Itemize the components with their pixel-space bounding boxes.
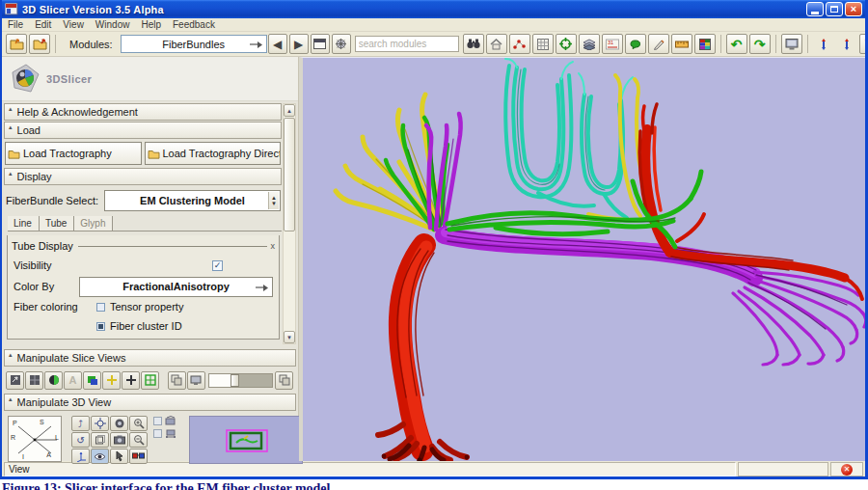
open-folder-icon (10, 38, 24, 50)
menu-help[interactable]: Help (141, 19, 161, 30)
redo-button[interactable]: ↷ (749, 34, 771, 54)
search-modules-input[interactable] (355, 36, 459, 52)
slice-compare-button[interactable] (25, 371, 43, 390)
slice-annotations-button[interactable] (6, 371, 24, 390)
maximize-button[interactable] (826, 2, 843, 16)
extensions-button[interactable] (532, 34, 554, 54)
tensor-property-radio[interactable] (96, 303, 105, 312)
fiducial-pin-alt-button[interactable] (836, 34, 857, 54)
module-panel: 3DSlicer ▴ Help & Acknowledgement ▴ Load (2, 57, 299, 461)
slice-layer-button[interactable] (83, 371, 101, 390)
measurements-button[interactable]: 31 (602, 34, 623, 54)
load-tractography-button[interactable]: Load Tractography (5, 142, 142, 165)
slice-opacity-slider[interactable] (208, 373, 273, 388)
editor-button[interactable] (648, 34, 669, 54)
pick-tool-button[interactable] (110, 449, 128, 464)
screen-capture-button[interactable] (781, 34, 802, 54)
spin-checkbox[interactable] (153, 417, 162, 425)
colors-button[interactable] (694, 34, 716, 54)
menu-feedback[interactable]: Feedback (173, 19, 215, 30)
find-module-button[interactable] (463, 34, 484, 54)
pin-alt-icon (843, 38, 851, 51)
next-module-button[interactable]: ▶ (289, 34, 309, 54)
spinner-control[interactable]: ▲▼ (268, 192, 279, 209)
groupbox-close[interactable]: x (271, 241, 276, 251)
panel-scrollbar[interactable]: ▲ ▼ (283, 103, 296, 344)
view3d-button-grid: ⤴ ↺ (71, 416, 148, 464)
figure-caption-text: Figure 13: Slicer interface for the EM f… (0, 479, 868, 490)
fiberbundle-combobox[interactable]: EM Clustering Model ▲▼ (104, 190, 281, 211)
slice-views-header[interactable]: ▴ Manipulate Slice Views (4, 349, 296, 367)
link-views-button[interactable] (275, 371, 293, 390)
crosshair-button[interactable] (556, 34, 577, 54)
label-letter: A (69, 374, 77, 386)
menu-bar: File Edit View Window Help Feedback (2, 18, 865, 32)
slider-handle[interactable] (231, 374, 239, 387)
module-panel-button[interactable] (311, 34, 330, 54)
menu-view[interactable]: View (63, 19, 84, 30)
visibility-eye-button[interactable] (91, 449, 109, 464)
axes-toggle-button[interactable] (71, 449, 90, 464)
visibility-label: Visibility (14, 259, 79, 271)
view3d-header[interactable]: ▴ Manipulate 3D View (4, 394, 296, 411)
menu-file[interactable]: File (8, 19, 23, 30)
slice-crosshair-dark-button[interactable] (122, 371, 140, 390)
viewport-3d[interactable] (299, 57, 865, 461)
scroll-up-button[interactable]: ▲ (284, 104, 295, 117)
tab-tube[interactable]: Tube (40, 216, 74, 231)
crosshair-icon (559, 38, 572, 50)
axis-label-s: S (40, 419, 44, 425)
menu-edit[interactable]: Edit (35, 19, 51, 30)
zoom-out-button[interactable] (129, 432, 148, 448)
previous-module-button[interactable]: ◀ (268, 34, 287, 54)
error-log-button[interactable]: ✕ (830, 462, 863, 476)
undo-button[interactable]: ↶ (726, 34, 747, 54)
rotate-up-button[interactable]: ⤴ (71, 416, 90, 431)
display-section-header[interactable]: ▴ Display (4, 168, 282, 185)
stereo-toggle-button[interactable] (129, 449, 148, 464)
layer-copy-button[interactable] (168, 371, 186, 390)
menu-window[interactable]: Window (95, 19, 130, 30)
perspective-button[interactable] (91, 432, 109, 448)
fiducial-pin-button[interactable] (813, 34, 834, 54)
orbit-camera-button[interactable] (110, 416, 128, 431)
load-tractography-directory-button[interactable]: Load Tractography Director (145, 142, 282, 165)
rock-checkbox[interactable] (153, 429, 162, 438)
copy-layers-icon (171, 374, 182, 386)
module-settings-button[interactable] (332, 34, 351, 54)
slice-fit-button[interactable] (141, 371, 159, 390)
axis-label-a: A (46, 451, 51, 458)
tab-glyph[interactable]: Glyph (74, 216, 113, 231)
rotate-left-button[interactable]: ↺ (71, 432, 90, 448)
screen-toggle-button[interactable] (187, 371, 205, 390)
home-button[interactable] (486, 34, 507, 54)
refresh-view-button[interactable]: ↻ (859, 34, 868, 54)
navigation-thumbnail[interactable] (189, 416, 303, 464)
tab-line[interactable]: Line (8, 216, 40, 231)
load-section-header[interactable]: ▴ Load (4, 122, 282, 139)
scrollbar-thumb[interactable] (284, 118, 295, 231)
roi-button[interactable] (625, 34, 646, 54)
minimize-button[interactable] (806, 2, 824, 16)
slice-layers-button[interactable] (579, 34, 600, 54)
camera-snapshot-button[interactable] (110, 432, 128, 448)
ruler-button[interactable] (671, 34, 692, 54)
title-bar[interactable]: 3D Slicer Version 3.5 Alpha × (2, 0, 865, 18)
import-scene-button[interactable] (29, 34, 50, 54)
center-view-button[interactable] (91, 416, 109, 431)
slice-background-button[interactable] (44, 371, 63, 390)
modules-combobox[interactable]: FiberBundles (121, 35, 267, 53)
visibility-checkbox[interactable]: ✓ (212, 260, 223, 271)
fiducials-button[interactable] (509, 34, 530, 54)
slice-crosshair-button[interactable] (102, 371, 121, 390)
open-scene-button[interactable] (6, 34, 27, 54)
zoom-in-button[interactable] (129, 416, 148, 431)
colorby-combobox[interactable]: FractionalAnisotropy (79, 277, 273, 297)
help-section-header[interactable]: ▴ Help & Acknowledgement (4, 103, 282, 121)
fiber-cluster-radio[interactable] (96, 322, 105, 331)
slice-label-button[interactable]: A (64, 371, 82, 390)
logo-row: 3DSlicer (2, 57, 298, 101)
scroll-down-button[interactable]: ▼ (284, 331, 295, 343)
close-button[interactable]: × (845, 2, 862, 16)
orientation-axes-widget[interactable]: P S L A R I (8, 416, 62, 462)
